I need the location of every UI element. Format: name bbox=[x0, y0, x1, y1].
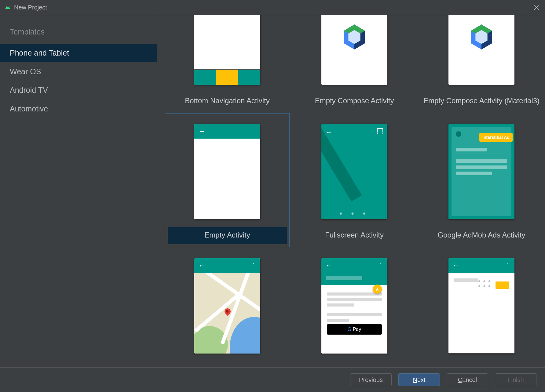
overflow-icon: ⋮ bbox=[251, 262, 256, 269]
back-arrow-icon: ← bbox=[453, 262, 459, 270]
android-icon bbox=[4, 4, 11, 11]
back-arrow-icon: ← bbox=[326, 262, 332, 270]
ad-badge: Interstitial Ad bbox=[479, 133, 513, 142]
login-submit-icon bbox=[496, 281, 509, 289]
template-label: Empty Compose Activity bbox=[295, 93, 414, 110]
template-label: Empty Compose Activity (Material3) bbox=[422, 93, 541, 110]
template-empty-compose[interactable]: Empty Compose Activity bbox=[292, 15, 417, 113]
template-maps[interactable]: ←⋮ bbox=[165, 247, 290, 365]
close-icon bbox=[534, 5, 539, 10]
sidebar-item-android-tv[interactable]: Android TV bbox=[0, 81, 157, 100]
template-login[interactable]: ←⋮ ● ● ● ● ● ● bbox=[419, 247, 544, 365]
preview-login: ←⋮ ● ● ● ● ● ● bbox=[448, 258, 514, 354]
preview-google-pay: ←⋮ ★ G G PayPay bbox=[321, 258, 387, 354]
back-arrow-icon: ← bbox=[199, 127, 205, 135]
sidebar-heading: Templates bbox=[0, 27, 157, 44]
compose-hex-icon bbox=[342, 24, 367, 51]
compose-hex-icon bbox=[469, 24, 494, 51]
close-button[interactable] bbox=[532, 3, 541, 12]
preview-empty-compose-m3 bbox=[448, 15, 514, 85]
previous-button[interactable]: Previous bbox=[350, 373, 392, 386]
new-project-dialog: New Project Templates Phone and Tablet W… bbox=[0, 0, 545, 392]
fullscreen-icon bbox=[377, 128, 383, 134]
back-arrow-icon: ← bbox=[199, 262, 205, 270]
template-google-pay[interactable]: ←⋮ ★ G G PayPay bbox=[292, 247, 417, 365]
sidebar-item-phone-tablet[interactable]: Phone and Tablet bbox=[0, 44, 157, 62]
back-arrow-icon: ← bbox=[326, 128, 332, 136]
pager-dots-icon: ● ● ● bbox=[321, 211, 387, 216]
next-button[interactable]: Next bbox=[398, 373, 440, 386]
template-label: Fullscreen Activity bbox=[295, 227, 414, 244]
preview-bottom-nav bbox=[194, 15, 260, 85]
sidebar-item-wear-os[interactable]: Wear OS bbox=[0, 62, 157, 81]
sidebar-item-automotive[interactable]: Automotive bbox=[0, 100, 157, 118]
titlebar: New Project bbox=[0, 0, 545, 15]
template-empty-compose-m3[interactable]: Empty Compose Activity (Material3) bbox=[419, 15, 544, 113]
template-gallery: Bottom Navigation Activity Empty Compose… bbox=[157, 15, 545, 367]
finish-button[interactable]: Finish bbox=[495, 373, 536, 386]
preview-fullscreen: ← ● ● ● bbox=[321, 124, 387, 219]
gpay-chip: G G PayPay bbox=[327, 324, 382, 335]
dialog-footer: Previous Next Cancel Finish bbox=[0, 368, 545, 392]
template-bottom-nav[interactable]: Bottom Navigation Activity bbox=[165, 15, 290, 113]
template-admob[interactable]: Interstitial Ad Google AdMob Ads Activit… bbox=[419, 113, 544, 247]
overflow-icon: ⋮ bbox=[378, 262, 383, 269]
template-label: Google AdMob Ads Activity bbox=[422, 227, 541, 244]
window-title: New Project bbox=[14, 4, 47, 11]
template-fullscreen[interactable]: ← ● ● ● Fullscreen Activity bbox=[292, 113, 417, 247]
templates-sidebar: Templates Phone and Tablet Wear OS Andro… bbox=[0, 15, 157, 367]
star-fab-icon: ★ bbox=[373, 285, 382, 294]
template-empty-activity[interactable]: ← Empty Activity bbox=[165, 113, 290, 247]
cancel-button[interactable]: Cancel bbox=[447, 373, 488, 386]
template-label: Bottom Navigation Activity bbox=[168, 93, 287, 110]
preview-empty-activity: ← bbox=[194, 124, 260, 219]
preview-empty-compose bbox=[321, 15, 387, 85]
overflow-icon: ⋮ bbox=[505, 262, 510, 269]
template-label: Empty Activity bbox=[168, 227, 287, 244]
preview-admob: Interstitial Ad bbox=[448, 124, 514, 219]
preview-maps: ←⋮ bbox=[194, 258, 260, 354]
